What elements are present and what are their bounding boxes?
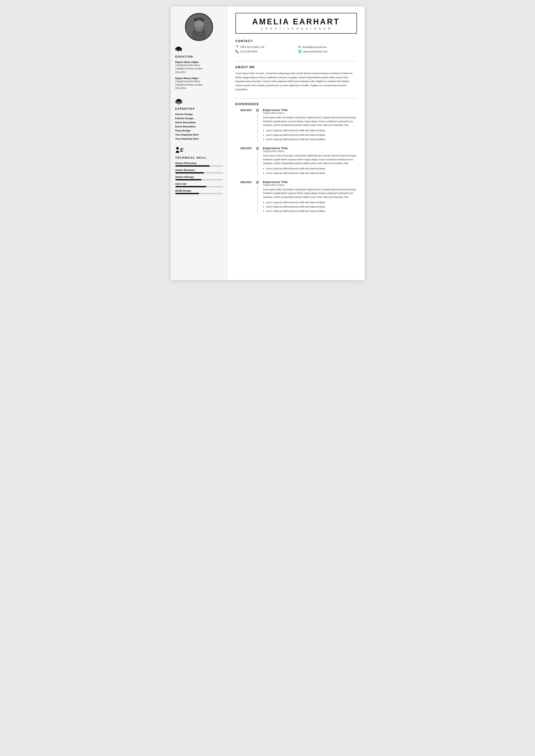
expertise-section: EXPERTIES Interior DesignExterior Design… [175,98,223,142]
skill-name: Adobe Photoshop [175,162,223,164]
experience-entry: 2015-2017 Experience Title Organization … [236,180,357,214]
skill-name: Adobe Illustrator [175,169,223,171]
exp-bullets: sunt in culpa qui officia deserunt molli… [263,129,357,141]
divider-1 [236,61,357,62]
skill-bar-fill [175,193,199,194]
skill-bar-bg [175,186,223,187]
study-years: 2019-2014 [175,86,223,90]
expertise-item: Your Expertise Here [175,133,223,136]
skills-section: TECHNICAL SKILL Adobe Photoshop Adobe Il… [175,147,223,196]
main-content: AMELIA EARHART C R E A T I V E D E S I G… [228,7,365,280]
email-icon: ✉ [298,45,300,48]
exp-content: Experience Title Organization Name Lorem… [260,147,357,176]
exp-timeline [255,108,260,142]
contact-phone: 📞 (717) 944-4979 [236,50,294,53]
bullet-item: sunt in culpa qui officia deserunt molli… [263,205,357,209]
job-title: C R E A T I V E D E S I G N E R [241,27,351,30]
exp-title: Experience Title [263,180,357,184]
skill-item: Auto Cad [175,182,223,187]
expertise-item: Home Decoration [175,121,223,124]
contact-title: CONTACT [236,39,357,43]
resume-document: EDUATION Degree Name | Major College/Uni… [171,7,365,280]
study-years: 2014-2017 [175,70,223,74]
header-box: AMELIA EARHART C R E A T I V E D E S I G… [236,13,357,34]
exp-desc: Lorem ipsum dolor sit amoaiet, conseicte… [263,188,357,199]
exp-circle [256,181,259,184]
skill-name: Adobe InDesign [175,176,223,178]
exp-timeline [255,147,260,176]
bullet-item: sunt in culpa qui officia deserunt molli… [263,201,357,204]
exp-org: Organization Name [263,150,357,152]
expertise-item: Interior Design [175,113,223,116]
skill-bar-bg [175,165,223,167]
bullet-item: sunt in culpa qui officia deserunt molli… [263,133,357,137]
skill-bar-fill [175,186,206,187]
exp-title: Experience Title [263,147,357,150]
expertise-list: Interior DesignExterior DesignHome Decor… [175,113,223,140]
phone-text: (717) 944-4979 [240,50,258,53]
experience-section: EXPERIENCE 2015-2017 Experience Title Or… [236,102,357,218]
skill-bar-fill [175,165,210,167]
expertise-item: Party Design [175,129,223,132]
skill-bar-bg [175,193,223,194]
skill-name: Auto Cad [175,182,223,185]
exp-years: 2015-2017 [236,108,255,142]
exp-content: Experience Title Organization Name Lorem… [260,108,357,142]
contact-address: 📍 2920 John Calvin, CA [236,45,294,48]
skill-bar-bg [175,179,223,180]
contact-email: ✉ amelia@yourmail.com [298,45,357,48]
bullet-item: sunt in culpa qui officia deserunt molli… [263,209,357,213]
skill-bar-bg [175,172,223,174]
skill-item: Adobe InDesign [175,176,223,180]
exp-years: 2015-2017 [236,180,255,214]
contact-grid: 📍 2920 John Calvin, CA ✉ amelia@yourmail… [236,45,357,53]
expertise-item: Event Decoration [175,125,223,128]
exp-desc: Lorem ipsum dolor sit amoaiet, conseicte… [263,116,357,127]
address-text: 2920 John Calvin, CA [240,46,265,48]
about-text: Lorem ipsum dolor sit amet, consectetur … [236,71,357,92]
exp-content: Experience Title Organization Name Lorem… [260,180,357,214]
skills-title: TECHNICAL SKILL [175,156,223,159]
about-section: ABOUT ME Lorem ipsum dolor sit amet, con… [236,65,357,92]
exp-years: 2015-2017 [236,147,255,176]
graduation-icon [175,46,223,54]
avatar [185,13,213,41]
divider-2 [236,98,357,98]
full-name: AMELIA EARHART [241,17,351,26]
skill-item: 2D/3D Design [175,189,223,194]
svg-point-14 [176,147,179,149]
exp-timeline [255,180,260,214]
school-location: College/University Location [175,67,223,70]
degree-name: Degree Name | Major [175,77,223,80]
exp-bullets: sunt in culpa qui officia deserunt molli… [263,201,357,213]
skill-item: Adobe Illustrator [175,169,223,174]
svg-point-6 [195,20,203,28]
svg-rect-16 [180,150,183,150]
bullet-item: sunt in culpa qui officia deserunt molli… [263,129,357,132]
education-entry: Degree Name | Major College/University N… [175,61,223,74]
expertise-title: EXPERTIES [175,107,223,110]
school-location: College/University Location [175,83,223,86]
exp-line [257,113,258,142]
skill-name: 2D/3D Design [175,189,223,192]
degree-name: Degree Name | Major [175,61,223,63]
school-name: College/University Name [175,63,223,67]
sidebar: EDUATION Degree Name | Major College/Uni… [171,7,228,280]
expertise-item: Exterior Design [175,117,223,120]
education-section: EDUATION Degree Name | Major College/Uni… [175,46,223,93]
experience-entry: 2015-2017 Experience Title Organization … [236,108,357,142]
school-name: College/University Name [175,80,223,83]
svg-rect-17 [180,151,183,152]
exp-line [257,184,258,214]
skill-item: Adobe Photoshop [175,162,223,167]
experience-entry: 2015-2017 Experience Title Organization … [236,147,357,176]
bullet-item: sunt in culpa qui officia deserunt molli… [263,171,357,175]
exp-desc: Lorem ipsum dolor sit amoaiet, conseicte… [263,154,357,165]
expertise-item: Your Expertise Here [175,138,223,140]
bullet-item: sunt in culpa qui officia deserunt molli… [263,167,357,171]
svg-rect-9 [181,48,182,50]
exp-bullets: sunt in culpa qui officia deserunt molli… [263,167,357,175]
education-entry: Degree Name | Major College/University N… [175,77,223,90]
exp-org: Organization Name [263,184,357,186]
website-text: www.yourdomain.com [303,50,327,53]
